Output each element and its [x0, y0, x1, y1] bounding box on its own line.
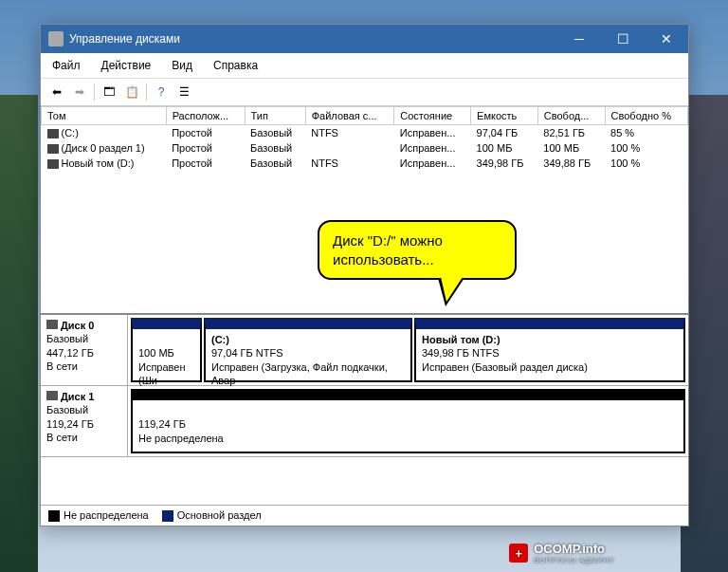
legend-swatch-unallocated [48, 510, 60, 522]
col-volume[interactable]: Том [42, 107, 167, 125]
partition-disk0-c[interactable]: (C:) 97,04 ГБ NTFS Исправен (Загрузка, Ф… [204, 318, 412, 382]
minimize-button[interactable]: ─ [557, 25, 601, 53]
callout-text: Диск "D:/" можно использовать... [333, 232, 443, 268]
col-fs[interactable]: Файловая с... [305, 107, 394, 125]
watermark-sub: ВОПРОСЫ АДМИНУ [534, 556, 614, 564]
menu-help[interactable]: Справка [209, 57, 262, 74]
disk-0-row[interactable]: Диск 0 Базовый 447,12 ГБ В сети 100 МБ И… [41, 315, 688, 386]
watermark-name: OCOMP.info [534, 542, 605, 556]
toolbar: ⬅ ➡ 🗔 📋 ? ☰ [41, 79, 688, 106]
table-row[interactable]: (C:) Простой Базовый NTFS Исправен... 97… [42, 125, 688, 141]
action-button[interactable]: ☰ [173, 82, 194, 102]
disk-icon [46, 320, 58, 329]
watermark: + OCOMP.info ВОПРОСЫ АДМИНУ [509, 542, 614, 564]
disk-1-row[interactable]: Диск 1 Базовый 119,24 ГБ В сети 119,24 Г… [41, 386, 688, 457]
close-button[interactable]: ✕ [645, 25, 688, 53]
legend-swatch-primary [162, 510, 173, 522]
disk-icon [46, 391, 58, 400]
partition-disk1-unallocated[interactable]: 119,24 ГБ Не распределена [131, 389, 685, 453]
col-free[interactable]: Свобод... [537, 107, 605, 125]
col-type[interactable]: Тип [245, 107, 305, 125]
help-button[interactable]: ? [151, 82, 172, 102]
titlebar[interactable]: Управление дисками ─ ☐ ✕ [41, 25, 688, 53]
menu-file[interactable]: Файл [48, 57, 84, 74]
refresh-button[interactable]: 🗔 [99, 82, 119, 102]
forward-button[interactable]: ➡ [69, 82, 90, 102]
col-layout[interactable]: Располож... [166, 107, 245, 125]
volume-table[interactable]: Том Располож... Тип Файловая с... Состоя… [41, 106, 688, 315]
annotation-callout: Диск "D:/" можно использовать... [318, 220, 517, 280]
menubar: Файл Действие Вид Справка [41, 53, 688, 79]
maximize-button[interactable]: ☐ [601, 25, 645, 53]
table-row[interactable]: Новый том (D:) Простой Базовый NTFS Испр… [42, 156, 688, 171]
volume-icon [47, 129, 59, 138]
view-button[interactable]: 📋 [121, 82, 142, 102]
window-title: Управление дисками [69, 32, 557, 46]
table-row[interactable]: (Диск 0 раздел 1) Простой Базовый Исправ… [42, 140, 688, 156]
disk-1-label: Диск 1 Базовый 119,24 ГБ В сети [41, 386, 128, 456]
volume-icon [47, 144, 59, 154]
back-button[interactable]: ⬅ [46, 82, 67, 102]
disk-0-label: Диск 0 Базовый 447,12 ГБ В сети [41, 315, 128, 385]
partition-disk0-d[interactable]: Новый том (D:) 349,98 ГБ NTFS Исправен (… [414, 318, 685, 382]
col-status[interactable]: Состояние [394, 107, 471, 125]
col-freepct[interactable]: Свободно % [605, 107, 687, 125]
partition-disk0-p1[interactable]: 100 МБ Исправен (Ши [131, 318, 202, 382]
menu-action[interactable]: Действие [98, 57, 155, 74]
menu-view[interactable]: Вид [168, 57, 196, 74]
legend: Не распределена Основной раздел [41, 505, 688, 526]
disk-graphical-view: Диск 0 Базовый 447,12 ГБ В сети 100 МБ И… [41, 315, 688, 505]
col-capacity[interactable]: Емкость [471, 107, 538, 125]
watermark-icon: + [509, 544, 528, 563]
volume-icon [47, 159, 59, 169]
app-icon [48, 31, 64, 46]
